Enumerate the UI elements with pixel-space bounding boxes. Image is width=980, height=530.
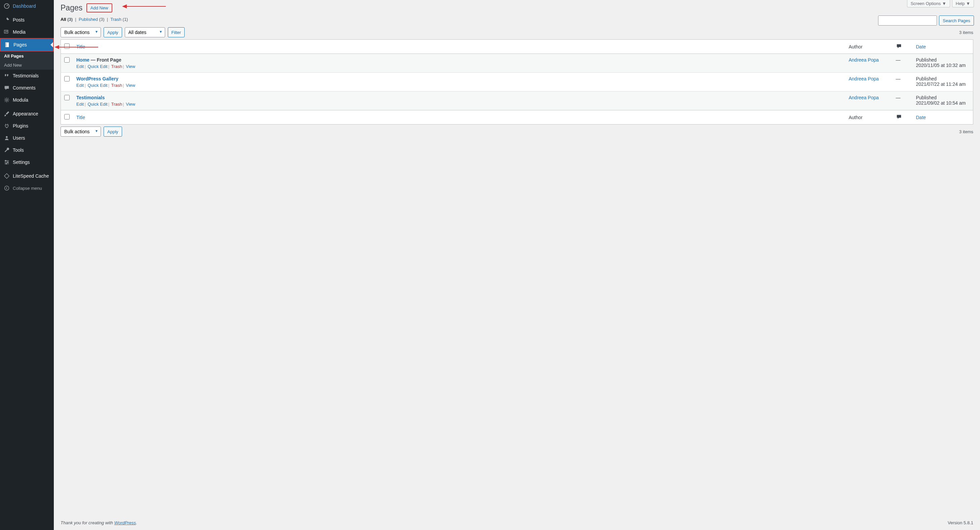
bulk-apply-bottom[interactable]: Apply — [103, 126, 122, 137]
col-date-footer[interactable]: Date — [916, 115, 926, 120]
row-checkbox[interactable] — [64, 95, 70, 100]
action-trash[interactable]: Trash — [111, 64, 122, 69]
svg-point-6 — [6, 136, 7, 138]
sidebar-item-dashboard[interactable]: Dashboard — [0, 0, 54, 12]
svg-point-2 — [7, 31, 8, 32]
sidebar-item-comments[interactable]: Comments — [0, 82, 54, 94]
sidebar-item-plugins[interactable]: Plugins — [0, 120, 54, 132]
search-button[interactable]: Search Pages — [939, 16, 974, 26]
row-comments: — — [892, 54, 913, 73]
sidebar-item-posts[interactable]: Posts — [0, 14, 54, 26]
annotation-arrow-nav — [54, 44, 98, 51]
row-date: Published 2021/07/22 at 11:24 am — [913, 73, 973, 91]
bulk-actions-select-top[interactable]: Bulk actions — [60, 27, 101, 37]
col-title-footer[interactable]: Title — [76, 115, 85, 120]
sidebar-item-label: LiteSpeed Cache — [13, 173, 49, 179]
sidebar-item-label: Posts — [13, 17, 25, 22]
filter-trash[interactable]: Trash (1) — [110, 17, 128, 22]
dates-select[interactable]: All dates — [125, 27, 165, 37]
row-title-link[interactable]: Home — [76, 57, 89, 62]
view-filters: All (3) | Published (3) | Trash (1) — [60, 17, 973, 22]
sidebar-item-label: Dashboard — [13, 3, 36, 9]
screen-options-button[interactable]: Screen Options ▼ — [907, 0, 950, 7]
table-row: WordPress Gallery Edit| Quick Edit| Tras… — [61, 73, 973, 91]
sidebar-item-pages[interactable]: Pages — [0, 38, 54, 51]
wordpress-link[interactable]: WordPress — [115, 520, 136, 525]
svg-rect-9 — [6, 163, 7, 164]
row-title-link[interactable]: WordPress Gallery — [76, 76, 118, 81]
sidebar-item-appearance[interactable]: Appearance — [0, 108, 54, 120]
sub-item-add-new[interactable]: Add New — [0, 61, 54, 70]
action-trash[interactable]: Trash — [111, 102, 122, 107]
select-all-bottom[interactable] — [64, 114, 70, 120]
sidebar-item-users[interactable]: Users — [0, 132, 54, 144]
action-quickedit[interactable]: Quick Edit — [88, 83, 107, 88]
row-comments: — — [892, 73, 913, 91]
row-title-link[interactable]: Testimonials — [76, 95, 105, 100]
filter-all[interactable]: All (3) — [60, 17, 73, 22]
items-count-top: 3 items — [959, 30, 973, 35]
filter-published[interactable]: Published (3) — [79, 17, 105, 22]
brush-icon — [3, 110, 10, 117]
action-edit[interactable]: Edit — [76, 64, 84, 69]
row-actions: Edit| Quick Edit| Trash| View — [76, 83, 842, 88]
help-button[interactable]: Help ▼ — [952, 0, 974, 7]
svg-rect-8 — [7, 161, 8, 163]
action-quickedit[interactable]: Quick Edit — [88, 64, 107, 69]
action-quickedit[interactable]: Quick Edit — [88, 102, 107, 107]
pin-icon — [3, 16, 10, 23]
tablenav-top: Bulk actions Apply All dates Filter 3 it… — [60, 25, 973, 39]
author-link[interactable]: Andreea Popa — [849, 95, 879, 100]
sidebar-item-label: Tools — [13, 147, 24, 153]
version-text: Version 5.8.1 — [948, 520, 973, 525]
collapse-icon — [3, 185, 10, 192]
table-row: Home — Front Page Edit| Quick Edit| Tras… — [61, 54, 973, 73]
row-date: Published 2020/11/05 at 10:32 am — [913, 54, 973, 73]
sidebar-item-litespeed[interactable]: LiteSpeed Cache — [0, 170, 54, 182]
sidebar-item-tools[interactable]: Tools — [0, 144, 54, 156]
sub-item-all-pages[interactable]: All Pages — [0, 51, 54, 61]
action-view[interactable]: View — [126, 83, 135, 88]
wrench-icon — [3, 147, 10, 153]
row-checkbox[interactable] — [64, 57, 70, 62]
sidebar-item-settings[interactable]: Settings — [0, 156, 54, 168]
svg-point-5 — [6, 99, 7, 101]
admin-footer: Thank you for creating with WordPress. V… — [54, 516, 980, 530]
svg-marker-12 — [54, 45, 59, 49]
action-trash[interactable]: Trash — [111, 83, 122, 88]
author-link[interactable]: Andreea Popa — [849, 57, 879, 62]
search-input[interactable] — [878, 16, 937, 26]
action-edit[interactable]: Edit — [76, 102, 84, 107]
add-new-button[interactable]: Add New — [86, 3, 112, 13]
sidebar-item-label: Plugins — [13, 123, 28, 129]
author-link[interactable]: Andreea Popa — [849, 76, 879, 81]
dashboard-icon — [3, 3, 10, 10]
col-date-header[interactable]: Date — [916, 44, 926, 49]
svg-rect-7 — [5, 160, 6, 161]
action-edit[interactable]: Edit — [76, 83, 84, 88]
sidebar-item-media[interactable]: Media — [0, 26, 54, 38]
page-title: Pages — [60, 3, 85, 13]
sidebar-item-label: Comments — [13, 85, 36, 91]
annotation-arrow-addnew — [122, 4, 166, 9]
litespeed-icon — [3, 172, 10, 179]
comment-icon — [3, 85, 10, 91]
col-author-header: Author — [845, 40, 892, 54]
row-actions: Edit| Quick Edit| Trash| View — [76, 102, 842, 107]
screen-meta-links: Screen Options ▼ Help ▼ — [907, 0, 974, 7]
sidebar-item-label: Testimonials — [13, 73, 39, 78]
sidebar-item-testimonials[interactable]: Testimonials — [0, 70, 54, 82]
action-view[interactable]: View — [126, 64, 135, 69]
pages-submenu: All Pages Add New — [0, 51, 54, 70]
bulk-apply-top[interactable]: Apply — [103, 27, 122, 37]
sidebar-item-modula[interactable]: Modula — [0, 94, 54, 106]
sliders-icon — [3, 159, 10, 166]
page-icon — [4, 42, 11, 48]
collapse-menu[interactable]: Collapse menu — [0, 182, 54, 194]
bulk-actions-select-bottom[interactable]: Bulk actions — [60, 126, 101, 137]
row-checkbox[interactable] — [64, 76, 70, 81]
filter-button[interactable]: Filter — [168, 27, 185, 37]
sidebar-item-label: Settings — [13, 160, 30, 165]
action-view[interactable]: View — [126, 102, 135, 107]
pages-table: Title Author Date Home — Front Page Edit… — [60, 39, 973, 125]
